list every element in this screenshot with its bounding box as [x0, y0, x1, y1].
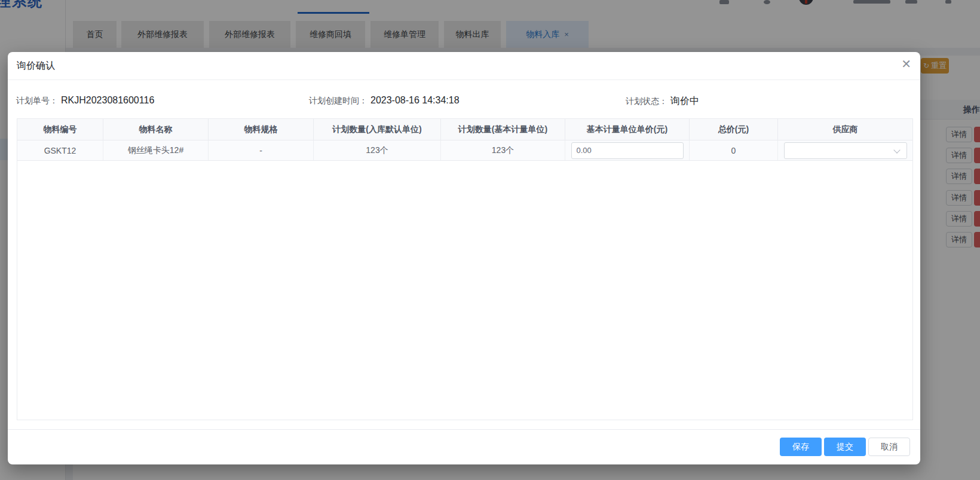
cell-qty-default-unit: 123个: [314, 140, 441, 160]
col-qty-base-unit: 计划数量(基本计量单位): [441, 119, 565, 140]
col-material-code: 物料编号: [17, 119, 103, 140]
plan-no-label: 计划单号：: [16, 96, 58, 106]
inquiry-confirm-dialog: 询价确认 ✕ 计划单号： RKJH2023081600116 计划创建时间： 2…: [8, 52, 920, 464]
cell-material-name: 钢丝绳卡头12#: [103, 140, 209, 160]
col-qty-default-unit: 计划数量(入库默认单位): [314, 119, 441, 140]
plan-no-value: RKJH2023081600116: [61, 95, 154, 106]
plan-created-value: 2023-08-16 14:34:18: [370, 95, 460, 106]
cell-material-spec: -: [209, 140, 314, 160]
close-icon[interactable]: ✕: [901, 58, 911, 70]
material-table: 物料编号 物料名称 物料规格 计划数量(入库默认单位) 计划数量(基本计量单位)…: [17, 118, 913, 420]
table-row: GSKT12 钢丝绳卡头12# - 123个 123个 0: [17, 140, 912, 161]
plan-status-label: 计划状态：: [626, 96, 667, 107]
supplier-select[interactable]: [784, 142, 907, 159]
dialog-title: 询价确认: [17, 60, 55, 72]
chevron-down-icon: [893, 146, 900, 153]
dialog-footer: 保存 提交 取消: [780, 438, 910, 456]
unit-price-input[interactable]: [571, 142, 684, 159]
plan-created-field: 计划创建时间： 2023-08-16 14:34:18: [309, 95, 460, 106]
col-material-name: 物料名称: [103, 119, 209, 140]
plan-no-field: 计划单号： RKJH2023081600116: [16, 95, 154, 106]
dialog-header: 询价确认 ✕: [8, 52, 920, 80]
col-material-spec: 物料规格: [209, 119, 314, 140]
footer-divider: [8, 429, 920, 430]
cell-material-code: GSKT12: [17, 140, 103, 160]
col-unit-price: 基本计量单位单价(元): [565, 119, 690, 140]
cell-total-price: 0: [690, 140, 778, 160]
submit-button[interactable]: 提交: [824, 438, 866, 456]
plan-status-field: 计划状态： 询价中: [626, 95, 699, 108]
plan-created-label: 计划创建时间：: [309, 96, 368, 106]
table-header-row: 物料编号 物料名称 物料规格 计划数量(入库默认单位) 计划数量(基本计量单位)…: [17, 119, 912, 140]
app-page: 理系统 首页外部维修报表外部维修报表维修商回填维修单管理物料出库物料入库× ↻ …: [0, 0, 980, 480]
col-total-price: 总价(元): [690, 119, 778, 140]
save-button[interactable]: 保存: [780, 438, 822, 456]
cell-qty-base-unit: 123个: [441, 140, 565, 160]
plan-status-value: 询价中: [670, 95, 699, 108]
col-supplier: 供应商: [778, 119, 912, 140]
plan-info-row: 计划单号： RKJH2023081600116 计划创建时间： 2023-08-…: [8, 95, 920, 111]
cancel-button[interactable]: 取消: [868, 438, 910, 456]
